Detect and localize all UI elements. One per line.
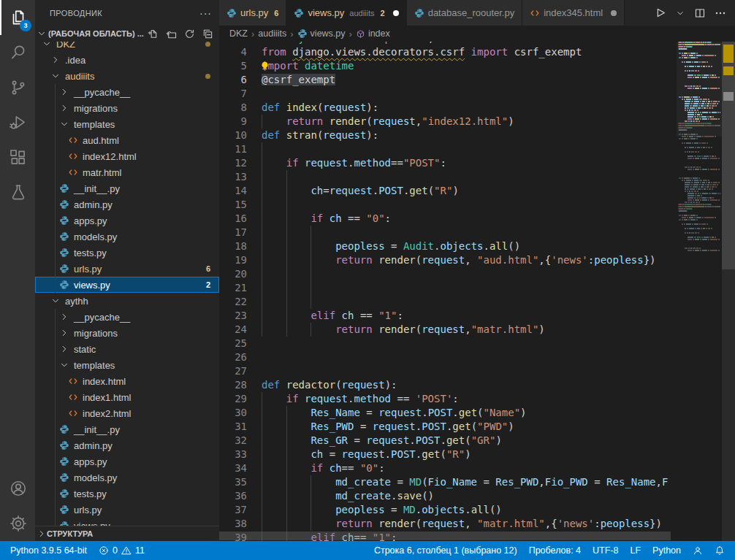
run-and-debug-icon bbox=[9, 113, 28, 132]
notifications-button[interactable] bbox=[709, 541, 731, 560]
status-python-interpreter[interactable]: Python 3.9.5 64-bit bbox=[4, 541, 93, 560]
more-icon[interactable] bbox=[715, 7, 726, 19]
indent-guide bbox=[286, 295, 287, 309]
tree-item-urls.py[interactable]: urls.py6 bbox=[35, 261, 219, 277]
tree-item-label: index1.html bbox=[83, 392, 131, 403]
split-editor-icon[interactable] bbox=[694, 7, 706, 19]
indent-guide bbox=[311, 281, 311, 295]
tree-item-label: templates bbox=[74, 360, 115, 371]
indent-guide bbox=[262, 420, 262, 434]
tree-item-apps.py[interactable]: apps.py bbox=[35, 212, 219, 229]
chevron-down-icon bbox=[58, 119, 70, 129]
tree-item-tests.py[interactable]: tests.py bbox=[35, 245, 219, 261]
tree-item-tests.py[interactable]: tests.py bbox=[35, 486, 219, 502]
line-number: 29 bbox=[219, 392, 247, 406]
indent-guide bbox=[262, 406, 262, 420]
tree-item-matr.html[interactable]: matr.html bbox=[35, 164, 219, 180]
status-cursor-position[interactable]: Строка 6, столбец 1 (выбрано 12) bbox=[368, 541, 523, 560]
activity-extensions-button[interactable] bbox=[0, 140, 35, 175]
tree-item-__pycache__[interactable]: __pycache__ bbox=[35, 84, 219, 100]
activity-account-button[interactable] bbox=[0, 471, 35, 506]
horizontal-scrollbar[interactable] bbox=[219, 532, 671, 540]
workspace-section-header[interactable]: (РАБОЧАЯ ОБЛАСТЬ) ... bbox=[35, 26, 219, 42]
tree-item-audiiits[interactable]: audiiits bbox=[35, 68, 219, 84]
tree-item-models.py[interactable]: models.py bbox=[35, 229, 219, 245]
breadcrumb-views.py[interactable]: views.py bbox=[297, 28, 346, 39]
code-editor[interactable]: 3from aythh.models import MD,Audit4from … bbox=[219, 42, 735, 541]
indent-guide bbox=[262, 226, 262, 239]
tree-item-label: views.py bbox=[74, 521, 110, 526]
activity-testing-button[interactable] bbox=[0, 175, 35, 210]
tree-item-DKZ[interactable]: DKZ bbox=[35, 42, 219, 52]
activity-settings-button[interactable] bbox=[0, 506, 35, 541]
tab-views.py[interactable]: views.pyaudiiits2 bbox=[286, 0, 406, 26]
minimap[interactable] bbox=[677, 42, 722, 541]
lightbulb-icon[interactable] bbox=[260, 61, 270, 74]
symbol-index-icon bbox=[356, 29, 365, 39]
tree-item-static[interactable]: static bbox=[35, 341, 219, 357]
tree-item-__init__.py[interactable]: __init__.py bbox=[35, 180, 219, 196]
activity-run-and-debug-button[interactable] bbox=[0, 105, 35, 140]
line-number: 8 bbox=[219, 101, 247, 115]
indent-guide bbox=[286, 475, 287, 489]
status-eol[interactable]: LF bbox=[624, 541, 647, 560]
tab-index345.html[interactable]: index345.html bbox=[522, 0, 625, 26]
breadcrumb-DKZ[interactable]: DKZ bbox=[229, 28, 248, 39]
activity-explorer-button[interactable]: 3 bbox=[0, 0, 35, 35]
extensions-icon bbox=[9, 148, 28, 167]
new-folder-icon[interactable] bbox=[166, 28, 177, 39]
line-number: 25 bbox=[219, 337, 247, 350]
tree-item-admin.py[interactable]: admin.py bbox=[35, 437, 219, 453]
code-line-6: 6@csrf_exempt bbox=[219, 73, 677, 87]
tree-item-__pycache__[interactable]: __pycache__ bbox=[35, 309, 219, 325]
tree-item-migrations[interactable]: migrations bbox=[35, 325, 219, 341]
views-more-icon[interactable]: ··· bbox=[199, 7, 212, 19]
tab-database_roouter.py[interactable]: database_roouter.py bbox=[407, 0, 523, 26]
tree-item-index.html[interactable]: index.html bbox=[35, 373, 219, 389]
feedback-button[interactable] bbox=[687, 541, 709, 560]
indent-guide bbox=[55, 437, 56, 453]
chevron-down-icon[interactable] bbox=[675, 8, 685, 18]
status-language[interactable]: Python bbox=[647, 541, 687, 560]
status-bar-right: Строка 6, столбец 1 (выбрано 12) Пробело… bbox=[368, 541, 731, 560]
tree-item-admin.py[interactable]: admin.py bbox=[35, 196, 219, 212]
line-number: 12 bbox=[219, 156, 247, 170]
breadcrumb-audiiits[interactable]: audiiits bbox=[258, 28, 286, 39]
collapse-all-icon[interactable] bbox=[202, 28, 213, 39]
tab-urls.py[interactable]: urls.py6 bbox=[219, 0, 286, 26]
tree-item-migrations[interactable]: migrations bbox=[35, 100, 219, 116]
outline-section-header[interactable]: СТРУКТУРА bbox=[35, 526, 219, 541]
tree-item-models.py[interactable]: models.py bbox=[35, 469, 219, 486]
activity-search-button[interactable] bbox=[0, 35, 35, 70]
tree-item-templates[interactable]: templates bbox=[35, 357, 219, 373]
tree-item-apps.py[interactable]: apps.py bbox=[35, 453, 219, 469]
breadcrumb-index[interactable]: index bbox=[356, 28, 390, 39]
tree-item-aythh[interactable]: aythh bbox=[35, 293, 219, 309]
indent-guide bbox=[262, 184, 262, 198]
tab-label: database_roouter.py bbox=[428, 7, 515, 18]
tree-item-label: models.py bbox=[74, 231, 117, 242]
python-file-icon bbox=[58, 424, 70, 434]
tree-item-aud.html[interactable]: aud.html bbox=[35, 132, 219, 148]
indent-guide bbox=[55, 245, 56, 261]
vertical-scrollbar-thumb[interactable] bbox=[722, 42, 735, 269]
tree-item-index2.html[interactable]: index2.html bbox=[35, 405, 219, 421]
refresh-icon[interactable] bbox=[184, 28, 195, 39]
tree-item-urls.py[interactable]: urls.py bbox=[35, 502, 219, 518]
status-problems[interactable]: 0 11 bbox=[93, 541, 151, 560]
tree-item-label: __init__.py bbox=[74, 183, 120, 194]
code-line-9: 9 return render(request,"index12.html") bbox=[219, 115, 677, 129]
tree-item-index1.html[interactable]: index1.html bbox=[35, 389, 219, 405]
tree-item-__init__.py[interactable]: __init__.py bbox=[35, 421, 219, 437]
tree-item-.idea[interactable]: .idea bbox=[35, 52, 219, 68]
new-file-icon[interactable] bbox=[148, 28, 159, 39]
activity-source-control-button[interactable] bbox=[0, 70, 35, 105]
tree-item-index12.html[interactable]: index12.html bbox=[35, 148, 219, 164]
tree-item-views.py[interactable]: views.py bbox=[35, 518, 219, 526]
run-icon[interactable] bbox=[654, 7, 666, 19]
status-encoding[interactable]: UTF-8 bbox=[587, 541, 624, 560]
tree-item-templates[interactable]: templates bbox=[35, 116, 219, 132]
status-indentation[interactable]: Пробелов: 4 bbox=[523, 541, 587, 560]
tree-item-views.py[interactable]: views.py2 bbox=[35, 277, 219, 293]
tree-item-label: models.py bbox=[74, 472, 117, 483]
